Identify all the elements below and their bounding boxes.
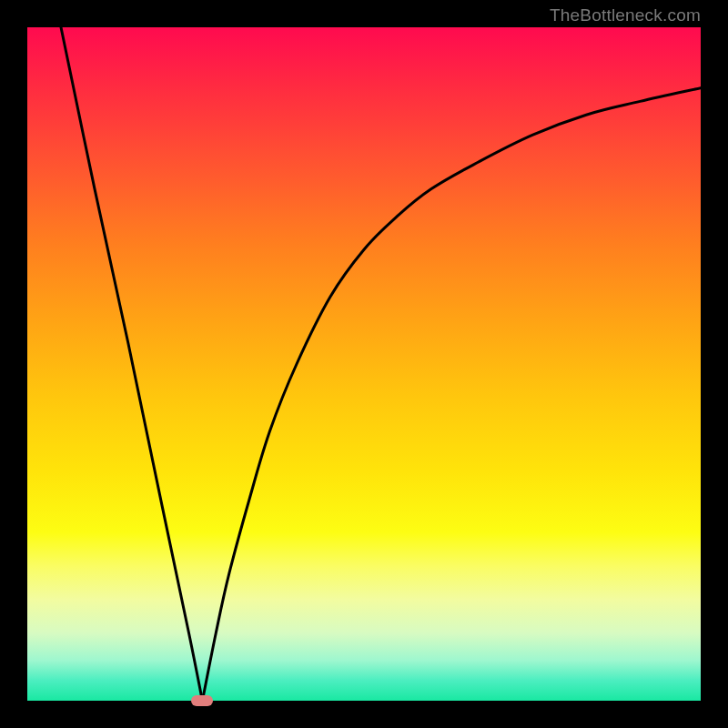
curve-left-branch	[61, 27, 202, 701]
curve-right-branch	[202, 88, 701, 701]
vertex-marker	[191, 695, 213, 706]
watermark-label: TheBottleneck.com	[550, 5, 701, 25]
curve-layer	[27, 27, 701, 701]
plot-area	[27, 27, 701, 701]
chart-frame: TheBottleneck.com	[0, 0, 728, 728]
